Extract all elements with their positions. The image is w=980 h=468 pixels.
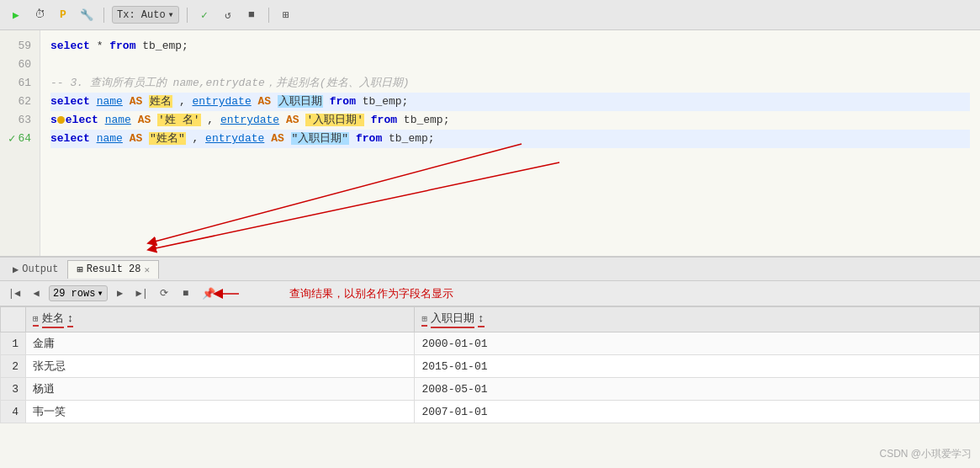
output-icon: ▶ <box>13 263 19 276</box>
refresh-button[interactable]: ⟳ <box>155 285 173 303</box>
line-61: 61 <box>0 74 40 93</box>
alias-entrydate-62: 入职日期 <box>278 95 323 108</box>
col-entrydate-label: 入职日期 <box>431 311 474 328</box>
nav-next-button[interactable]: ▶ <box>111 285 130 303</box>
panel-toolbar: |◀ ◀ 29 rows ▾ ▶ ▶| ⟳ ■ 📌 查询结果，以别名作为字段名显… <box>0 281 980 306</box>
row-num-2: 2 <box>1 355 26 378</box>
cell-name-4: 韦一笑 <box>26 401 415 423</box>
line-63: 63 <box>0 111 40 130</box>
pin-button[interactable]: 📌 <box>199 285 219 302</box>
tab-output-label: Output <box>22 263 58 275</box>
nav-last-button[interactable]: ▶| <box>133 285 151 303</box>
result-icon: ⊞ <box>77 263 82 276</box>
tab-result[interactable]: ⊞ Result 28 ✕ <box>67 260 159 279</box>
cell-name-2: 张无忌 <box>26 355 415 378</box>
line-64: ✓ 64 <box>0 130 40 148</box>
col-name-label: 姓名 <box>42 311 64 328</box>
result-annotation-container: 查询结果，以别名作为字段名显示 <box>239 282 453 306</box>
nav-prev-button[interactable]: ◀ <box>27 285 45 303</box>
row-num-1: 1 <box>1 332 26 355</box>
wrench-button[interactable]: 🔧 <box>77 6 96 24</box>
editor-area: 59 60 61 62 63 ✓ 64 select * from tb_emp… <box>0 30 980 258</box>
tx-label: Tx: Auto <box>117 9 166 21</box>
row-num-3: 3 <box>1 378 26 401</box>
result-note-text: 查询结果，以别名作为字段名显示 <box>289 286 453 301</box>
check-mark-icon: ✓ <box>8 130 15 148</box>
nav-first-button[interactable]: |◀ <box>5 285 24 303</box>
alias-name-62: 姓名 <box>149 95 172 108</box>
cell-date-1: 2000-01-01 <box>415 332 980 355</box>
col-icon-entrydate: ⊞ <box>421 313 427 327</box>
dropdown-icon: ▾ <box>168 8 174 21</box>
grid-button[interactable]: ⊞ <box>277 6 295 24</box>
undo-button[interactable]: ↺ <box>219 6 237 24</box>
result-table-container[interactable]: ⊞ 姓名 ↕ ⊞ 入职日期 ↕ <box>0 306 980 468</box>
tab-result-label: Result 28 <box>87 263 141 275</box>
tab-close-icon[interactable]: ✕ <box>145 264 151 275</box>
panel-tabs: ▶ Output ⊞ Result 28 ✕ <box>0 258 980 281</box>
line-60: 60 <box>0 56 40 74</box>
alias-name-63: '姓 名' <box>157 114 200 126</box>
row-num-header <box>1 307 26 332</box>
cell-name-3: 杨逍 <box>26 378 415 401</box>
col-header-name[interactable]: ⊞ 姓名 ↕ <box>26 307 415 332</box>
separator-2 <box>187 8 188 23</box>
cell-date-2: 2015-01-01 <box>415 355 980 378</box>
alias-entrydate-64: "入职日期" <box>291 132 350 145</box>
table-row: 3 杨逍 2008-05-01 <box>1 378 980 401</box>
line-62: 62 <box>0 93 40 111</box>
check-button[interactable]: ✓ <box>195 6 214 24</box>
table-row: 4 韦一笑 2007-01-01 <box>1 401 980 423</box>
cell-name-1: 金庸 <box>26 332 415 355</box>
line-numbers: 59 60 61 62 63 ✓ 64 <box>0 30 40 256</box>
code-line-64: select name AS "姓名" , entrydate AS "入职日期… <box>50 130 970 148</box>
watermark: CSDN @小琪爱学习 <box>879 447 972 461</box>
code-line-59: select * from tb_emp; <box>50 37 970 56</box>
result-table-body: 1 金庸 2000-01-01 2 张无忌 2015-01-01 3 杨逍 20… <box>1 332 980 423</box>
sort-icon-entrydate[interactable]: ↕ <box>478 312 485 327</box>
table-row: 2 张无忌 2015-01-01 <box>1 355 980 378</box>
tx-select[interactable]: Tx: Auto ▾ <box>112 6 179 24</box>
tab-output[interactable]: ▶ Output <box>3 260 67 279</box>
p-button[interactable]: P <box>54 6 72 24</box>
bottom-panel: ▶ Output ⊞ Result 28 ✕ |◀ ◀ 29 rows ▾ ▶ … <box>0 258 980 468</box>
rows-dropdown-icon: ▾ <box>97 287 103 300</box>
row-num-4: 4 <box>1 401 26 423</box>
separator-1 <box>103 8 104 23</box>
separator-3 <box>268 8 269 23</box>
stop-button[interactable]: ■ <box>242 6 261 24</box>
code-line-61: -- 3. 查询所有员工的 name,entrydate，并起别名(姓名、入职日… <box>50 74 970 93</box>
col-header-entrydate[interactable]: ⊞ 入职日期 ↕ <box>415 307 980 332</box>
rows-count-select[interactable]: 29 rows ▾ <box>49 285 108 301</box>
toolbar: ▶ ⏱ P 🔧 Tx: Auto ▾ ✓ ↺ ■ ⊞ <box>0 0 980 30</box>
table-row: 1 金庸 2000-01-01 <box>1 332 980 355</box>
code-line-62: select name AS 姓名 , entrydate AS 入职日期 fr… <box>50 93 970 111</box>
result-table: ⊞ 姓名 ↕ ⊞ 入职日期 ↕ <box>0 306 980 423</box>
line-59: 59 <box>0 37 40 56</box>
play-button[interactable]: ▶ <box>7 6 25 24</box>
sort-icon-name[interactable]: ↕ <box>67 312 74 327</box>
table-header-row: ⊞ 姓名 ↕ ⊞ 入职日期 ↕ <box>1 307 980 332</box>
stop-query-button[interactable]: ■ <box>177 285 195 303</box>
alias-name-64: "姓名" <box>149 132 186 145</box>
clock-button[interactable]: ⏱ <box>30 6 49 24</box>
code-line-63: select name AS '姓 名' , entrydate AS '入职日… <box>50 111 970 130</box>
alias-entrydate-63: '入职日期' <box>305 114 364 126</box>
dot-indicator <box>57 116 65 124</box>
cell-date-4: 2007-01-01 <box>415 401 980 423</box>
annotation-arrow-result <box>239 282 289 306</box>
code-content[interactable]: select * from tb_emp; -- 3. 查询所有员工的 name… <box>40 30 980 256</box>
rows-count-label: 29 rows <box>53 288 95 300</box>
cell-date-3: 2008-05-01 <box>415 378 980 401</box>
code-line-60 <box>50 56 970 74</box>
col-icon-name: ⊞ <box>33 313 39 327</box>
